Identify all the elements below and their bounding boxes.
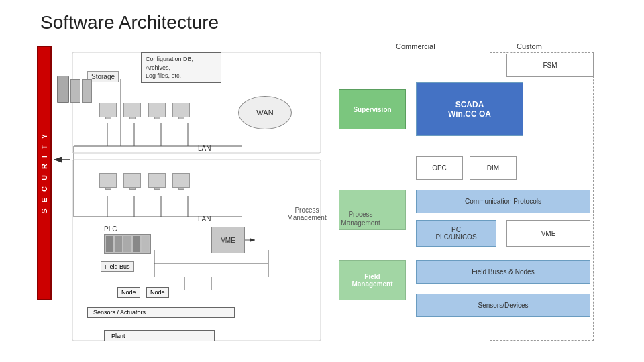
page-container: Software Architecture S E C U R I T Y (0, 0, 644, 361)
lan-label-1: LAN (198, 145, 211, 152)
plant-box: Plant (104, 330, 215, 341)
field-mgmt-label: Field Management (339, 260, 406, 300)
pc-plc-box: PC PLC/UNICOS (416, 220, 496, 247)
lan-label-2: LAN (198, 215, 211, 223)
plc-area: PLC (104, 225, 151, 254)
top-computers (97, 103, 192, 120)
storage-box: Configuration DB,Archives,Log files, etc… (141, 52, 221, 83)
opc-box: OPC (416, 156, 463, 180)
right-panel: Commercial Custom FSM Supervision SCADA … (335, 39, 617, 354)
supervision-box: Supervision (339, 89, 406, 129)
page-title: Software Architecture (0, 0, 644, 39)
diagram-container: S E C U R I T Y (0, 39, 644, 361)
bottom-computers (97, 173, 192, 190)
vme-box-left: VME (211, 227, 245, 253)
wan-cloud: WAN (238, 96, 292, 129)
storage-desc: Configuration DB,Archives,Log files, etc… (146, 56, 193, 79)
node-box-1: Node (117, 287, 140, 298)
custom-column-border (490, 52, 594, 341)
process-mgmt-overlay: Process Management (335, 210, 386, 227)
commercial-header: Commercial (396, 42, 435, 50)
security-bar: S E C U R I T Y (37, 46, 52, 300)
field-bus-box: Field Bus (101, 261, 134, 272)
process-mgmt-label: Process Management (282, 206, 332, 221)
custom-header: Custom (517, 42, 542, 50)
security-label: S E C U R I T Y (40, 132, 48, 214)
node-box-2: Node (146, 287, 169, 298)
plc-label: PLC (104, 225, 151, 233)
sensors-actuators-box: Sensors / Actuators (87, 307, 235, 318)
